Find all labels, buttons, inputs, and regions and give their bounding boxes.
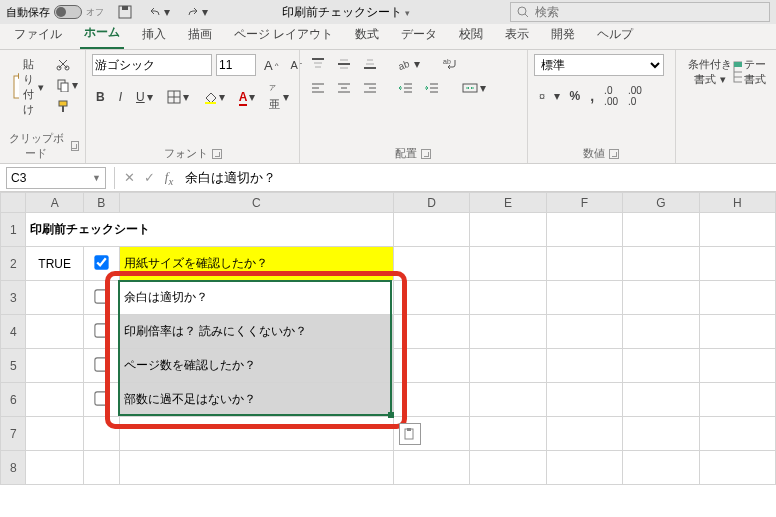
decrease-decimal-button[interactable]: .00.0 [624, 82, 646, 110]
tab-review[interactable]: 校閲 [455, 22, 487, 49]
cell[interactable] [26, 417, 83, 451]
align-middle-button[interactable] [332, 54, 356, 74]
enter-button[interactable]: ✓ [139, 170, 159, 185]
fx-button[interactable]: fx [159, 169, 179, 187]
cell[interactable] [470, 281, 546, 315]
checkbox-3[interactable] [94, 323, 108, 337]
search-input[interactable] [535, 5, 763, 19]
col-header-A[interactable]: A [26, 193, 83, 213]
autosave-toggle[interactable]: 自動保存 オフ [6, 5, 104, 20]
cell[interactable] [470, 247, 546, 281]
format-as-table-button[interactable]: テー 書式 [728, 54, 770, 90]
select-all-corner[interactable] [1, 193, 26, 213]
cell[interactable] [470, 451, 546, 485]
checkbox-4[interactable] [94, 357, 108, 371]
cell-A3[interactable] [26, 281, 83, 315]
cell[interactable] [470, 213, 546, 247]
cell[interactable] [470, 417, 546, 451]
tab-formulas[interactable]: 数式 [351, 22, 383, 49]
cell[interactable] [546, 349, 622, 383]
tab-help[interactable]: ヘルプ [593, 22, 637, 49]
col-header-E[interactable]: E [470, 193, 546, 213]
row-header-1[interactable]: 1 [1, 213, 26, 247]
row-header-6[interactable]: 6 [1, 383, 26, 417]
decrease-indent-button[interactable] [394, 78, 418, 98]
italic-button[interactable]: I [115, 87, 126, 107]
cell[interactable] [470, 383, 546, 417]
cell-A4[interactable] [26, 315, 83, 349]
col-header-G[interactable]: G [623, 193, 699, 213]
font-size-select[interactable] [216, 54, 256, 76]
cell[interactable] [119, 451, 393, 485]
checkbox-1[interactable] [94, 255, 108, 269]
cell[interactable] [393, 247, 469, 281]
comma-button[interactable]: , [586, 85, 598, 107]
clipboard-launcher[interactable] [71, 141, 79, 151]
align-center-button[interactable] [332, 78, 356, 98]
tab-view[interactable]: 表示 [501, 22, 533, 49]
cell[interactable] [83, 417, 119, 451]
tab-insert[interactable]: 挿入 [138, 22, 170, 49]
cell[interactable] [393, 281, 469, 315]
cell-B3[interactable] [83, 281, 119, 315]
cell-B2[interactable] [83, 247, 119, 281]
cell-A5[interactable] [26, 349, 83, 383]
cell[interactable] [699, 349, 775, 383]
cell[interactable] [546, 281, 622, 315]
cell[interactable] [393, 383, 469, 417]
cell[interactable] [699, 383, 775, 417]
tab-file[interactable]: ファイル [10, 22, 66, 49]
undo-button[interactable]: ▾ [144, 2, 174, 22]
font-color-button[interactable]: A▾ [235, 87, 260, 107]
percent-button[interactable]: % [566, 86, 585, 106]
cell-C3[interactable]: 余白は適切か？ [119, 281, 393, 315]
col-header-H[interactable]: H [699, 193, 775, 213]
row-header-7[interactable]: 7 [1, 417, 26, 451]
cell[interactable] [393, 213, 469, 247]
merge-center-button[interactable]: ▾ [458, 78, 490, 98]
row-header-3[interactable]: 3 [1, 281, 26, 315]
cancel-button[interactable]: ✕ [119, 170, 139, 185]
font-launcher[interactable] [212, 149, 222, 159]
cell-C5[interactable]: ページ数を確認したか？ [119, 349, 393, 383]
increase-decimal-button[interactable]: .0.00 [600, 82, 622, 110]
sheet-title[interactable]: 印刷前チェックシート [26, 213, 393, 247]
cell[interactable] [623, 315, 699, 349]
row-header-5[interactable]: 5 [1, 349, 26, 383]
col-header-D[interactable]: D [393, 193, 469, 213]
save-button[interactable] [114, 2, 136, 22]
row-header-8[interactable]: 8 [1, 451, 26, 485]
cell-B4[interactable] [83, 315, 119, 349]
border-button[interactable]: ▾ [163, 87, 193, 107]
cut-button[interactable] [52, 54, 82, 74]
cell[interactable] [546, 417, 622, 451]
cell[interactable] [623, 383, 699, 417]
cell[interactable] [699, 315, 775, 349]
col-header-B[interactable]: B [83, 193, 119, 213]
cell[interactable] [699, 213, 775, 247]
align-left-button[interactable] [306, 78, 330, 98]
number-launcher[interactable] [609, 149, 619, 159]
phonetic-button[interactable]: ア亜▾ [265, 80, 293, 115]
align-right-button[interactable] [358, 78, 382, 98]
cell[interactable] [699, 247, 775, 281]
col-header-C[interactable]: C [119, 193, 393, 213]
paste-options-button[interactable] [399, 423, 421, 445]
cell-A6[interactable] [26, 383, 83, 417]
cell[interactable] [546, 247, 622, 281]
align-top-button[interactable] [306, 54, 330, 74]
paste-button[interactable]: 貼り付け▾ [6, 54, 48, 120]
cell[interactable] [393, 451, 469, 485]
tab-draw[interactable]: 描画 [184, 22, 216, 49]
cell[interactable] [623, 247, 699, 281]
cell[interactable] [393, 349, 469, 383]
tab-home[interactable]: ホーム [80, 20, 124, 49]
checkbox-5[interactable] [94, 391, 108, 405]
format-painter-button[interactable] [52, 96, 82, 116]
cell[interactable] [26, 451, 83, 485]
col-header-F[interactable]: F [546, 193, 622, 213]
tab-data[interactable]: データ [397, 22, 441, 49]
cell-A2[interactable]: TRUE [26, 247, 83, 281]
increase-indent-button[interactable] [420, 78, 444, 98]
document-title[interactable]: 印刷前チェックシート [282, 4, 410, 21]
